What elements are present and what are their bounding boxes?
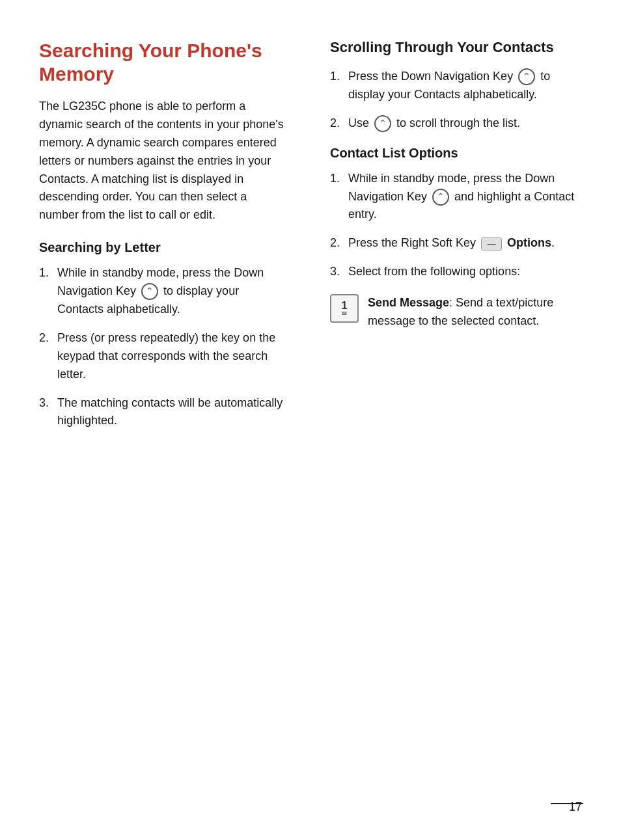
list-item: 1. While in standby mode, press the Down… [39, 264, 284, 319]
list-item: 1. While in standby mode, press the Down… [330, 170, 582, 224]
page-number: 17 [569, 800, 582, 814]
intro-paragraph: The LG235C phone is able to perform a dy… [39, 98, 284, 224]
contact-options-list: 1. While in standby mode, press the Down… [330, 170, 582, 281]
send-message-box: 1 ✉ Send Message: Send a text/picture me… [330, 294, 582, 331]
nav-key-icon [374, 115, 391, 132]
soft-key-icon [481, 237, 502, 251]
scrolling-list: 1. Press the Down Navigation Key to disp… [330, 68, 582, 133]
left-column: Searching Your Phone's Memory The LG235C… [39, 39, 297, 443]
list-item: 2. Use to scroll through the list. [330, 115, 582, 133]
nav-key-icon [518, 68, 535, 85]
contact-list-options-subtitle: Contact List Options [330, 146, 582, 161]
list-item: 2. Press the Right Soft Key Options. [330, 234, 582, 252]
nav-key-icon [141, 283, 158, 300]
search-by-letter-subtitle: Searching by Letter [39, 240, 284, 255]
scrolling-title: Scrolling Through Your Contacts [330, 39, 582, 56]
right-column: Scrolling Through Your Contacts 1. Press… [324, 39, 582, 443]
list-item: 3. Select from the following options: [330, 263, 582, 281]
main-title: Searching Your Phone's Memory [39, 39, 284, 86]
options-label: Options [507, 236, 551, 249]
nav-key-icon [432, 189, 449, 206]
send-message-label: Send Message [368, 296, 449, 309]
send-message-text: Send Message: Send a text/picture messag… [368, 294, 582, 331]
list-item: 3. The matching contacts will be automat… [39, 394, 284, 431]
keypad-1-icon: 1 ✉ [330, 294, 359, 323]
list-item: 2. Press (or press repeatedly) the key o… [39, 329, 284, 384]
search-by-letter-list: 1. While in standby mode, press the Down… [39, 264, 284, 430]
list-item: 1. Press the Down Navigation Key to disp… [330, 68, 582, 104]
